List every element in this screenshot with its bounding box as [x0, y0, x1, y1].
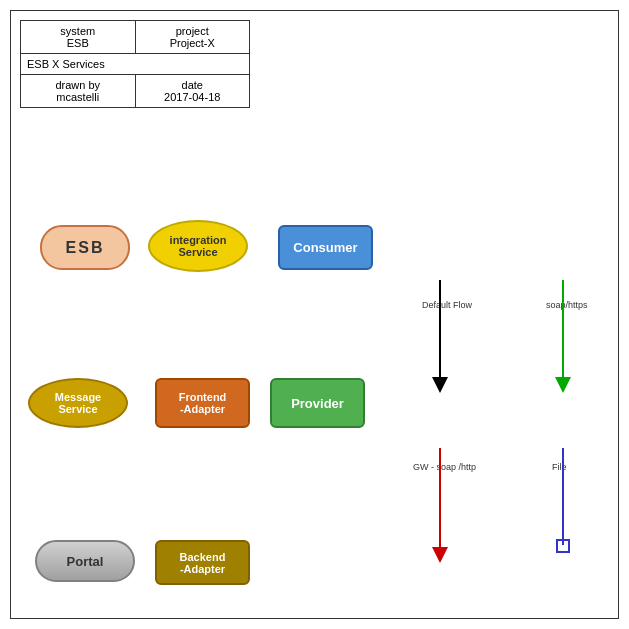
backend-adapter-shape: Backend -Adapter: [155, 540, 250, 585]
message-service-shape: Message Service: [28, 378, 128, 428]
default-flow-label: Default Flow: [422, 300, 472, 312]
gw-soap-http-label: GW - soap /http: [413, 462, 476, 474]
frontend-adapter-shape: Frontend -Adapter: [155, 378, 250, 428]
project-cell: project Project-X: [136, 21, 250, 53]
file-label: File: [552, 462, 567, 474]
soap-https-label: soap/https: [546, 300, 588, 312]
integration-service-shape: integration Service: [148, 220, 248, 272]
portal-shape: Portal: [35, 540, 135, 582]
date-cell: date 2017-04-18: [136, 75, 250, 107]
esb-shape: ESB: [40, 225, 130, 270]
provider-shape: Provider: [270, 378, 365, 428]
drawn-by-cell: drawn by mcastelli: [21, 75, 136, 107]
consumer-shape: Consumer: [278, 225, 373, 270]
title-block: system ESB project Project-X ESB X Servi…: [20, 20, 250, 108]
esb-services-cell: ESB X Services: [21, 54, 111, 74]
system-cell: system ESB: [21, 21, 136, 53]
